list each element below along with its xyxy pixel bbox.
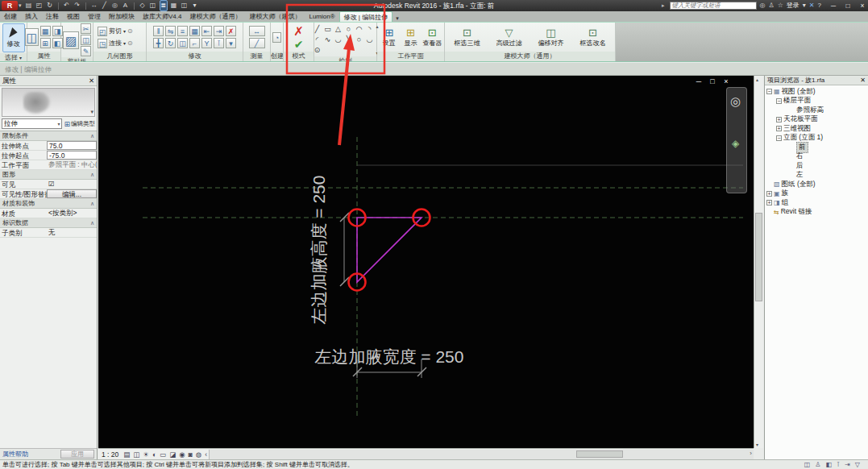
view-restore-button[interactable]: □	[708, 77, 716, 85]
type-properties-icon[interactable]: ⊞	[40, 38, 51, 48]
expander-icon[interactable]: −	[776, 135, 782, 141]
advanced-filter-button[interactable]: ▽ 高级过滤	[490, 27, 529, 48]
align-icon[interactable]: ‖	[153, 26, 164, 36]
subscription-icon[interactable]: ♙	[768, 2, 774, 9]
scroll-up-icon[interactable]: ▴	[756, 77, 758, 82]
scroll-down-icon[interactable]: ▾	[756, 442, 758, 447]
expander-icon[interactable]: +	[776, 117, 782, 122]
tab-family-library-master[interactable]: 族库大师V4.4	[139, 11, 185, 22]
tree-node-floor-plans[interactable]: − 楼层平面	[766, 97, 868, 106]
search-input[interactable]	[670, 2, 757, 10]
vertical-scroll-thumb[interactable]	[755, 213, 762, 301]
project-browser-close-icon[interactable]: ✕	[860, 76, 866, 85]
draw-rectangle-icon[interactable]: ▭	[323, 24, 333, 34]
apply-button[interactable]: 应用	[60, 450, 94, 459]
delete-icon[interactable]: ✗	[226, 26, 236, 36]
tree-node-sheets[interactable]: ▧ 图纸 (全部)	[766, 180, 868, 189]
canvas-horizontal-scrollbar[interactable]: ›	[209, 450, 754, 459]
reveal-hidden-icon[interactable]: ◙	[189, 450, 193, 459]
tree-node-right[interactable]: 右	[766, 152, 868, 162]
properties-close-icon[interactable]: ✕	[89, 76, 94, 85]
tab-view[interactable]: 视图	[63, 11, 84, 22]
unlocked-view-icon[interactable]: ◍	[196, 450, 201, 459]
tab-modeling-master-arch[interactable]: 建模大师（建筑）	[245, 11, 305, 22]
join-extra-icon[interactable]: ⊙	[127, 39, 133, 47]
sign-in-label[interactable]: 登录	[787, 1, 799, 10]
scale-icon[interactable]: ▾	[226, 38, 236, 48]
exchange-apps-icon[interactable]: ✕	[809, 2, 815, 9]
app-logo[interactable]: R	[2, 1, 18, 10]
draw-arc-tangent-icon[interactable]: ◡	[334, 35, 343, 44]
draw-arc-start-end-icon[interactable]: ◠	[355, 24, 364, 34]
editing-requests-icon[interactable]: ♙	[815, 461, 820, 468]
draw-spline-icon[interactable]: ∿	[323, 35, 333, 44]
restore-button[interactable]: □	[844, 2, 852, 10]
tree-node-ceiling-plans[interactable]: + 天花板平面	[766, 115, 868, 125]
signin-dropdown-icon[interactable]: ▾	[803, 2, 806, 9]
paste-icon[interactable]: ▨	[63, 31, 79, 49]
ribbon-display-toggle-icon[interactable]: ▾	[392, 15, 402, 22]
extrusion-start-input[interactable]: -75.0	[47, 151, 97, 160]
workplane-set-button[interactable]: ⊞ 设置	[379, 27, 400, 48]
tab-insert[interactable]: 插入	[21, 11, 42, 22]
aligned-dimension-icon[interactable]: ╱	[101, 1, 109, 10]
expander-icon[interactable]: +	[766, 200, 772, 205]
workplane-show-button[interactable]: ⊞ 显示	[401, 27, 422, 48]
tab-create[interactable]: 创建	[0, 11, 21, 22]
cut-geometry-button[interactable]: ◰ 剪切 ▾ ⊙	[98, 27, 133, 36]
cut-icon[interactable]: ✂	[81, 23, 91, 34]
selection-filter-icon[interactable]: ▽	[855, 461, 860, 468]
tab-manage[interactable]: 管理	[84, 11, 105, 22]
switch-windows-icon[interactable]: ◫	[181, 1, 189, 10]
help-icon[interactable]: ?	[818, 2, 821, 9]
expander-icon[interactable]: +	[776, 126, 782, 131]
join-dropdown-icon[interactable]: ▾	[123, 40, 126, 46]
tree-node-3d-views[interactable]: + 三维视图	[766, 124, 868, 134]
search-collapse-icon[interactable]: ▸	[662, 2, 665, 9]
close-hidden-windows-icon[interactable]: ▦	[170, 1, 178, 10]
move-icon[interactable]: ╋	[153, 38, 164, 48]
subcategory-value[interactable]: 无	[47, 228, 97, 237]
section-materials[interactable]: 材质和装饰∧	[0, 199, 97, 209]
copy-modify-icon[interactable]: ◫	[177, 38, 188, 48]
tag-icon[interactable]: ◎	[111, 1, 119, 10]
extrusion-end-input[interactable]: 75.0	[47, 141, 97, 150]
minimize-button[interactable]: ─	[829, 2, 837, 10]
cut-dropdown-icon[interactable]: ▾	[123, 28, 126, 34]
exclude-options-icon[interactable]: ⊺	[837, 461, 840, 468]
zoom-tool-icon[interactable]: ◈	[732, 138, 739, 149]
favorites-star-icon[interactable]: ☆	[778, 2, 783, 9]
box-select-3d-button[interactable]: ⊡ 框选三维	[448, 27, 487, 48]
panel-select-label[interactable]: 选择 ▾	[0, 53, 27, 61]
offset-align-button[interactable]: ◫ 偏移对齐	[532, 27, 571, 48]
tab-annotate[interactable]: 注释	[42, 11, 63, 22]
modify-tool-button[interactable]: 修改	[2, 23, 25, 52]
section-constraints[interactable]: 限制条件∧	[0, 131, 97, 141]
draw-point-icon[interactable]: ⊙	[313, 45, 322, 55]
customize-qat-icon[interactable]: ▾	[191, 1, 199, 10]
visible-checkbox[interactable]: ☑	[47, 180, 97, 189]
family-types-icon[interactable]: ▦	[40, 26, 51, 36]
sun-path-icon[interactable]: ☀	[143, 450, 149, 459]
properties-palette-icon[interactable]: ◫	[25, 28, 38, 46]
crop-view-icon[interactable]: ▭	[160, 450, 166, 459]
edit-type-button[interactable]: ⊞ 编辑类型	[64, 120, 95, 128]
worksets-icon[interactable]: ◫	[804, 461, 811, 468]
press-drag-icon[interactable]: ⇥	[845, 461, 850, 468]
view-bar-collapse-icon[interactable]: ‹	[205, 450, 207, 459]
crop-region-visibility-icon[interactable]: ◪	[169, 450, 176, 459]
offset-icon[interactable]: ≡	[177, 26, 188, 36]
visual-style-icon[interactable]: ◫	[133, 450, 139, 459]
box-rename-button[interactable]: ⊡ 框选改名	[574, 27, 613, 48]
detail-level-icon[interactable]: ▤	[123, 450, 130, 459]
finish-edit-mode-button[interactable]: ✔	[294, 39, 304, 50]
view-scale-button[interactable]: 1 : 20	[102, 450, 118, 459]
measure-icon[interactable]: ↔	[90, 1, 98, 10]
trim-icon[interactable]: ⌐	[189, 38, 200, 48]
canvas-vertical-scrollbar[interactable]: ▴ ▾	[754, 76, 763, 448]
nudge-right-icon[interactable]: ⇥	[214, 26, 224, 36]
mirror-icon[interactable]: ⇋	[165, 26, 176, 36]
dimension-tool-icon[interactable]: ╱	[249, 38, 265, 48]
section-identity[interactable]: 标识数据∧	[0, 218, 97, 228]
view-close-button[interactable]: ×	[722, 77, 730, 85]
